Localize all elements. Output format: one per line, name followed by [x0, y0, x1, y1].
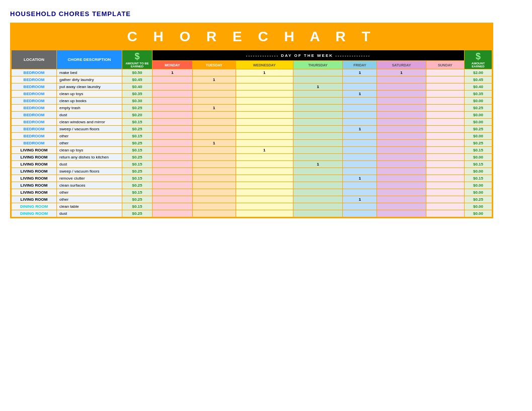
day-cell-sat: 1 — [377, 69, 426, 76]
amount-cell: $0.35 — [122, 91, 153, 98]
day-cell-sat — [377, 203, 426, 210]
earned-cell: $0.45 — [465, 76, 492, 84]
amount-cell: $0.40 — [122, 84, 153, 91]
location-cell: BEDROOM — [12, 126, 57, 133]
tuesday-header: TUESDAY — [192, 61, 236, 69]
day-cell-sun — [426, 76, 464, 84]
earned-cell: $0.00 — [465, 168, 492, 175]
day-cell-thu: 1 — [293, 161, 343, 168]
day-cell-mon — [153, 112, 193, 119]
day-cell-sat — [377, 182, 426, 189]
amount-cell: $0.15 — [122, 119, 153, 126]
day-cell-thu — [293, 76, 343, 84]
day-cell-mon — [153, 196, 193, 203]
day-cell-fri — [343, 182, 377, 189]
chart-header: C H O R E C H A R T — [11, 24, 492, 50]
day-cell-fri — [343, 147, 377, 154]
day-cell-tue — [192, 84, 236, 91]
day-cell-tue — [192, 182, 236, 189]
table-row: LIVING ROOMclean up toys$0.151$0.15 — [12, 147, 492, 154]
day-cell-fri — [343, 119, 377, 126]
amount-cell: $0.15 — [122, 175, 153, 182]
day-cell-thu — [293, 112, 343, 119]
day-cell-mon — [153, 91, 193, 98]
day-cell-sat — [377, 161, 426, 168]
location-cell: BEDROOM — [12, 84, 57, 91]
day-cell-wed — [236, 119, 293, 126]
table-row: DINING ROOMclean table$0.15$0.00 — [12, 203, 492, 210]
table-row: LIVING ROOMother$0.15$0.00 — [12, 189, 492, 196]
day-cell-wed: 1 — [236, 147, 293, 154]
day-cell-mon — [153, 105, 193, 112]
table-row: LIVING ROOMclean surfaces$0.25$0.00 — [12, 182, 492, 189]
day-cell-sat — [377, 126, 426, 133]
day-cell-sun — [426, 69, 464, 76]
day-cell-wed — [236, 154, 293, 161]
day-cell-tue — [192, 147, 236, 154]
table-row: BEDROOMclean windows and mirror$0.15$0.0… — [12, 119, 492, 126]
earned-cell: $0.15 — [465, 161, 492, 168]
location-cell: BEDROOM — [12, 140, 57, 147]
amount-cell: $0.25 — [122, 105, 153, 112]
saturday-header: SATURDAY — [377, 61, 426, 69]
day-cell-mon — [153, 182, 193, 189]
day-cell-wed — [236, 182, 293, 189]
location-cell: LIVING ROOM — [12, 189, 57, 196]
day-cell-mon — [153, 133, 193, 140]
thursday-header: THURSDAY — [293, 61, 343, 69]
day-cell-wed — [236, 203, 293, 210]
day-cell-sun — [426, 210, 464, 217]
day-cell-tue — [192, 69, 236, 76]
day-cell-sat — [377, 189, 426, 196]
table-row: BEDROOMmake bed$0.501111$2.00 — [12, 69, 492, 76]
chore-cell: dust — [57, 210, 122, 217]
earned-cell: $0.25 — [465, 140, 492, 147]
day-cell-sat — [377, 105, 426, 112]
day-cell-sat — [377, 154, 426, 161]
table-row: BEDROOMdust$0.20$0.00 — [12, 112, 492, 119]
day-cell-sat — [377, 210, 426, 217]
table-row: BEDROOMclean up toys$0.351$0.35 — [12, 91, 492, 98]
day-cell-mon — [153, 154, 193, 161]
table-row: BEDROOMclean up books$0.30$0.00 — [12, 98, 492, 105]
day-cell-sun — [426, 196, 464, 203]
day-cell-tue — [192, 210, 236, 217]
chore-cell: return any dishes to kitchen — [57, 154, 122, 161]
chore-cell: dust — [57, 161, 122, 168]
table-row: BEDROOMput away clean laundry$0.401$0.40 — [12, 84, 492, 91]
day-cell-tue — [192, 189, 236, 196]
day-cell-tue — [192, 154, 236, 161]
table-row: BEDROOMother$0.15$0.00 — [12, 133, 492, 140]
day-cell-thu — [293, 69, 343, 76]
day-cell-wed — [236, 210, 293, 217]
amount-cell: $0.25 — [122, 140, 153, 147]
day-cell-thu — [293, 147, 343, 154]
day-cell-fri — [343, 76, 377, 84]
earned-cell: $0.00 — [465, 182, 492, 189]
day-cell-mon — [153, 76, 193, 84]
day-cell-sun — [426, 105, 464, 112]
day-cell-fri — [343, 133, 377, 140]
day-cell-tue — [192, 91, 236, 98]
chore-cell: gather dirty laundry — [57, 76, 122, 84]
amount-cell: $0.30 — [122, 98, 153, 105]
location-cell: BEDROOM — [12, 133, 57, 140]
day-cell-thu — [293, 210, 343, 217]
day-cell-thu — [293, 133, 343, 140]
day-cell-thu — [293, 91, 343, 98]
chore-cell: make bed — [57, 69, 122, 76]
day-cell-mon: 1 — [153, 69, 193, 76]
day-cell-wed — [236, 189, 293, 196]
page-title: HOUSEHOLD CHORES TEMPLATE — [10, 10, 522, 18]
amount-cell: $0.25 — [122, 154, 153, 161]
day-cell-thu — [293, 98, 343, 105]
day-cell-wed: 1 — [236, 69, 293, 76]
day-cell-tue — [192, 126, 236, 133]
day-cell-fri — [343, 203, 377, 210]
day-cell-thu — [293, 126, 343, 133]
day-cell-sat — [377, 112, 426, 119]
chore-cell: clean table — [57, 203, 122, 210]
day-cell-mon — [153, 140, 193, 147]
day-cell-sun — [426, 133, 464, 140]
chore-cell: clean up books — [57, 98, 122, 105]
